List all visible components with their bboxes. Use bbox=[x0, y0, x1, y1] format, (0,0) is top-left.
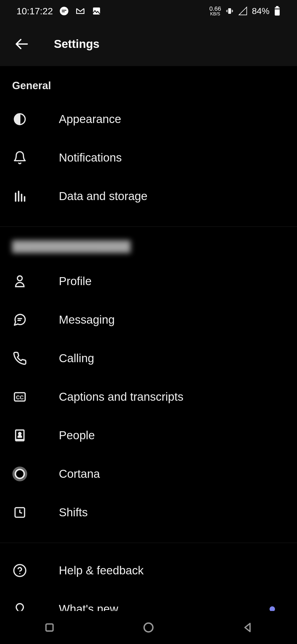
help-icon bbox=[12, 563, 28, 578]
message-notification-icon bbox=[59, 6, 69, 16]
svg-rect-5 bbox=[275, 9, 280, 9]
settings-item-people[interactable]: People bbox=[12, 416, 285, 455]
item-label: Notifications bbox=[59, 151, 285, 164]
item-label: Data and storage bbox=[59, 190, 285, 203]
svg-marker-27 bbox=[245, 623, 250, 631]
svg-rect-25 bbox=[46, 624, 53, 631]
section-account: ████████████████ Profile Messaging Calli… bbox=[0, 241, 297, 532]
battery-percent: 84% bbox=[252, 6, 270, 16]
nav-back-button[interactable] bbox=[239, 619, 256, 636]
svg-point-0 bbox=[60, 7, 68, 15]
system-nav-bar bbox=[0, 611, 297, 644]
nav-home-button[interactable] bbox=[140, 619, 157, 636]
settings-item-captions[interactable]: CC Captions and transcripts bbox=[12, 378, 285, 416]
item-label: Messaging bbox=[59, 313, 285, 326]
item-label: Appearance bbox=[59, 113, 285, 126]
divider bbox=[0, 227, 297, 227]
section-header-general: General bbox=[12, 66, 285, 100]
svg-rect-2 bbox=[228, 8, 231, 14]
battery-icon bbox=[274, 6, 280, 16]
svg-point-12 bbox=[17, 276, 22, 281]
network-speed: 0.66 KB/S bbox=[209, 6, 221, 16]
data-storage-icon bbox=[12, 189, 28, 204]
signal-icon bbox=[238, 6, 248, 16]
svg-rect-3 bbox=[276, 6, 279, 7]
item-label: Profile bbox=[59, 275, 285, 288]
svg-text:CC: CC bbox=[16, 394, 24, 400]
messaging-icon bbox=[12, 312, 28, 328]
page-title: Settings bbox=[54, 37, 100, 51]
item-label: Calling bbox=[59, 352, 285, 365]
vibrate-icon bbox=[226, 7, 234, 15]
status-right: 0.66 KB/S 84% bbox=[209, 6, 280, 16]
settings-item-cortana[interactable]: Cortana bbox=[12, 455, 285, 493]
item-label: Cortana bbox=[59, 467, 285, 481]
nav-recent-button[interactable] bbox=[41, 619, 58, 636]
settings-item-messaging[interactable]: Messaging bbox=[12, 301, 285, 339]
item-label: Captions and transcripts bbox=[59, 390, 285, 403]
captions-icon: CC bbox=[12, 389, 28, 405]
gmail-icon bbox=[75, 6, 85, 16]
item-label: Help & feedback bbox=[59, 564, 285, 577]
app-bar: Settings bbox=[0, 22, 297, 66]
svg-point-19 bbox=[19, 432, 21, 435]
item-label: People bbox=[59, 429, 285, 442]
profile-icon bbox=[12, 274, 28, 289]
settings-item-notifications[interactable]: Notifications bbox=[12, 138, 285, 177]
settings-item-calling[interactable]: Calling bbox=[12, 339, 285, 378]
settings-item-shifts[interactable]: Shifts bbox=[12, 493, 285, 532]
cortana-icon bbox=[12, 466, 28, 482]
shifts-icon bbox=[12, 505, 28, 520]
status-left: 10:17:22 bbox=[16, 6, 101, 17]
back-button[interactable] bbox=[14, 36, 29, 52]
settings-item-data-storage[interactable]: Data and storage bbox=[12, 177, 285, 215]
section-header-account: ████████████████ bbox=[12, 241, 128, 254]
notifications-icon bbox=[12, 150, 28, 165]
settings-item-appearance[interactable]: Appearance bbox=[12, 100, 285, 138]
calling-icon bbox=[12, 351, 28, 366]
item-label: Shifts bbox=[59, 506, 285, 519]
gallery-icon bbox=[92, 6, 101, 16]
settings-item-profile[interactable]: Profile bbox=[12, 262, 285, 301]
settings-item-help-feedback[interactable]: Help & feedback bbox=[12, 551, 285, 590]
svg-point-26 bbox=[144, 623, 153, 632]
status-time: 10:17:22 bbox=[16, 6, 53, 17]
people-icon bbox=[12, 428, 28, 443]
status-bar: 10:17:22 0.66 KB/S 84% bbox=[0, 0, 297, 22]
svg-point-21 bbox=[15, 470, 24, 479]
appearance-icon bbox=[12, 111, 28, 127]
section-general: General Appearance Notifications Data an… bbox=[0, 66, 297, 215]
